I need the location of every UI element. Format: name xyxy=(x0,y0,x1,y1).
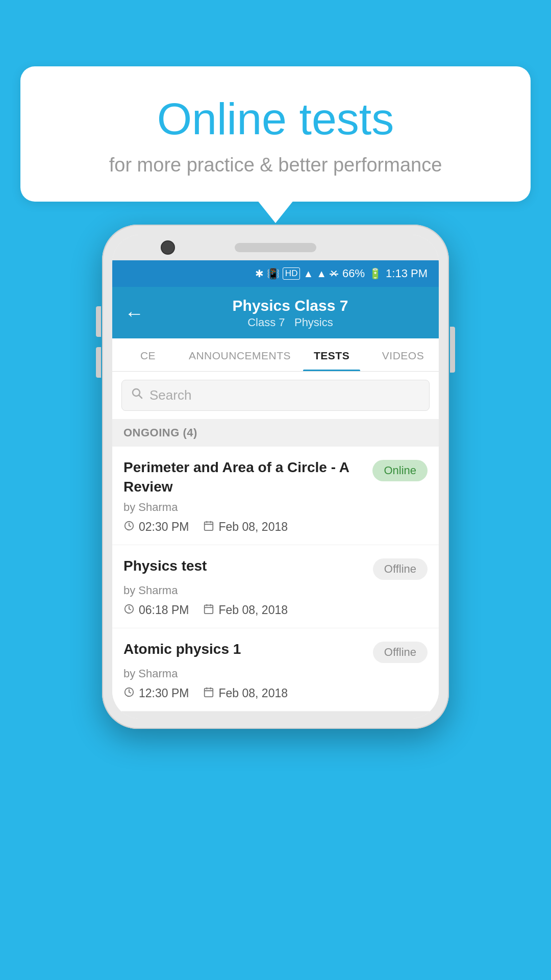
svg-rect-13 xyxy=(205,688,213,697)
clock-icon xyxy=(123,687,135,701)
bubble-subtitle: for more practice & better performance xyxy=(51,154,500,176)
svg-rect-3 xyxy=(205,522,213,530)
test-item[interactable]: Perimeter and Area of a Circle - A Revie… xyxy=(112,447,439,545)
search-placeholder-text: Search xyxy=(149,387,191,403)
test-item-header: Atomic physics 1 Offline xyxy=(123,640,428,663)
test-name: Perimeter and Area of a Circle - A Revie… xyxy=(123,458,372,497)
no-sim-icon: ✕ xyxy=(330,267,338,280)
search-icon xyxy=(131,387,143,403)
hd-badge: HD xyxy=(283,267,300,280)
time-value: 06:18 PM xyxy=(139,603,189,617)
date-meta: Feb 08, 2018 xyxy=(203,603,288,618)
tab-announcements[interactable]: ANNOUNCEMENTS xyxy=(184,338,296,371)
phone-screen-area: ✱ 📳 HD ▲ ▲ ✕ 66% 🔋 1:13 PM ← Physics xyxy=(112,235,439,719)
header-class-title: Physics Class 7 xyxy=(154,297,427,314)
bubble-title: Online tests xyxy=(51,94,500,144)
test-author: by Sharma xyxy=(123,584,428,597)
tab-videos[interactable]: VIDEOS xyxy=(367,338,439,371)
phone-top-bezel xyxy=(112,235,439,260)
breadcrumb-class: Class 7 xyxy=(247,316,285,329)
calendar-icon xyxy=(203,603,214,618)
status-badge: Online xyxy=(372,460,428,481)
status-bar: ✱ 📳 HD ▲ ▲ ✕ 66% 🔋 1:13 PM xyxy=(112,260,439,287)
date-meta: Feb 08, 2018 xyxy=(203,687,288,701)
status-badge: Offline xyxy=(373,558,428,580)
breadcrumb-subject: Physics xyxy=(294,316,333,329)
test-author: by Sharma xyxy=(123,501,428,514)
app-header: ← Physics Class 7 Class 7 Physics xyxy=(112,287,439,338)
header-breadcrumb: Class 7 Physics xyxy=(154,316,427,329)
time-meta: 02:30 PM xyxy=(123,520,189,534)
tab-tests[interactable]: TESTS xyxy=(296,338,367,371)
test-meta: 02:30 PM Feb 08, 201 xyxy=(123,520,428,534)
tab-ce[interactable]: CE xyxy=(112,338,184,371)
time-meta: 12:30 PM xyxy=(123,687,189,701)
time-value: 02:30 PM xyxy=(139,520,189,534)
phone-bottom-bezel xyxy=(112,712,439,719)
date-value: Feb 08, 2018 xyxy=(218,603,288,617)
breadcrumb-separator xyxy=(288,316,294,329)
calendar-icon xyxy=(203,520,214,534)
speech-bubble: Online tests for more practice & better … xyxy=(20,66,531,202)
test-item[interactable]: Physics test Offline by Sharma xyxy=(112,545,439,628)
tabs-navigation: CE ANNOUNCEMENTS TESTS VIDEOS xyxy=(112,338,439,372)
signal-icon: ▲ xyxy=(316,268,327,280)
clock-icon xyxy=(123,603,135,618)
date-value: Feb 08, 2018 xyxy=(218,520,288,534)
search-bar[interactable]: Search xyxy=(121,380,430,411)
date-meta: Feb 08, 2018 xyxy=(203,520,288,534)
volume-down-button xyxy=(96,347,101,378)
phone-outer-shell: ✱ 📳 HD ▲ ▲ ✕ 66% 🔋 1:13 PM ← Physics xyxy=(102,225,449,729)
phone-device: ✱ 📳 HD ▲ ▲ ✕ 66% 🔋 1:13 PM ← Physics xyxy=(102,225,449,729)
test-name: Physics test xyxy=(123,556,373,576)
battery-icon: 🔋 xyxy=(369,267,382,280)
header-title-section: Physics Class 7 Class 7 Physics xyxy=(154,297,427,329)
search-container: Search xyxy=(112,372,439,419)
ongoing-section-header: ONGOING (4) xyxy=(112,419,439,447)
clock-icon xyxy=(123,520,135,534)
battery-percent: 66% xyxy=(342,267,365,280)
clock: 1:13 PM xyxy=(386,267,428,280)
test-item-header: Physics test Offline xyxy=(123,556,428,580)
calendar-icon xyxy=(203,687,214,701)
test-item-header: Perimeter and Area of a Circle - A Revie… xyxy=(123,458,428,497)
phone-screen: ✱ 📳 HD ▲ ▲ ✕ 66% 🔋 1:13 PM ← Physics xyxy=(112,260,439,712)
time-meta: 06:18 PM xyxy=(123,603,189,618)
test-meta: 12:30 PM Feb 08, 201 xyxy=(123,687,428,701)
status-badge: Offline xyxy=(373,642,428,663)
volume-up-button xyxy=(96,306,101,337)
back-button[interactable]: ← xyxy=(124,304,144,323)
bluetooth-icon: ✱ xyxy=(255,267,264,280)
wifi-icon: ▲ xyxy=(303,268,313,280)
status-icons-group: ✱ 📳 HD ▲ ▲ ✕ xyxy=(255,267,338,280)
time-value: 12:30 PM xyxy=(139,687,189,700)
front-camera xyxy=(161,240,175,255)
date-value: Feb 08, 2018 xyxy=(218,687,288,700)
svg-rect-8 xyxy=(205,605,213,614)
test-name: Atomic physics 1 xyxy=(123,640,373,659)
svg-line-1 xyxy=(139,396,142,399)
vibrate-icon: 📳 xyxy=(267,267,280,280)
test-author: by Sharma xyxy=(123,667,428,680)
test-item[interactable]: Atomic physics 1 Offline by Sharma xyxy=(112,628,439,712)
speech-bubble-container: Online tests for more practice & better … xyxy=(20,66,531,202)
test-meta: 06:18 PM Feb 08, 201 xyxy=(123,603,428,618)
power-button xyxy=(450,327,455,373)
earpiece-speaker xyxy=(235,243,316,252)
ongoing-label: ONGOING (4) xyxy=(123,426,197,439)
